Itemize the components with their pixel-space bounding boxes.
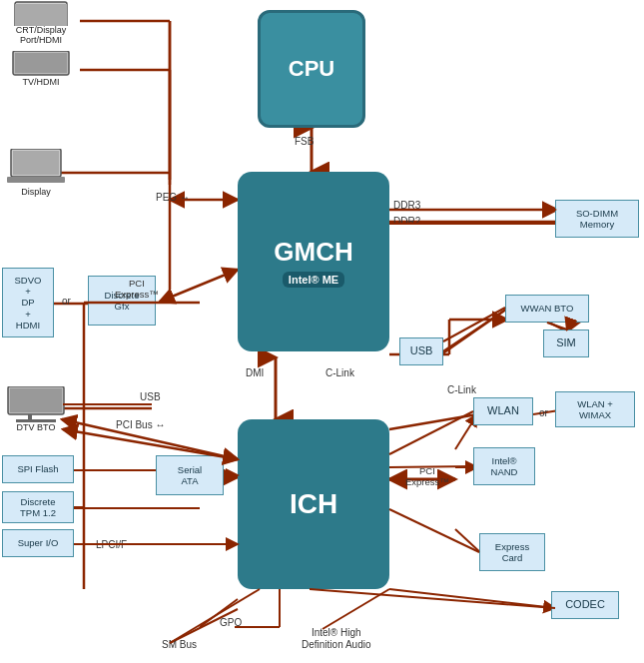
- intel-nand-box: Intel®NAND: [473, 447, 535, 485]
- svg-line-68: [389, 411, 473, 454]
- display-label: Display: [21, 187, 51, 197]
- or-label-2: or: [539, 407, 548, 418]
- superio-label: Super I/O: [18, 537, 59, 548]
- gmch-label: GMCH: [274, 237, 352, 268]
- svg-rect-53: [7, 177, 65, 183]
- gmch-block: GMCH Intel® ME: [238, 172, 389, 351]
- usb-top-label: USB: [410, 344, 433, 357]
- tv-label: TV/HDMI: [23, 77, 60, 87]
- tv-icon: [11, 51, 71, 77]
- dtv-icon: [6, 386, 66, 422]
- tpm-box: DiscreteTPM 1.2: [2, 491, 74, 523]
- svg-line-44: [441, 309, 507, 352]
- sodimm-label: SO-DIMMMemory: [576, 208, 618, 231]
- peg-label: PEG ↔: [156, 192, 190, 203]
- ich-block: ICH: [238, 419, 389, 589]
- ddr3-label: DDR3: [393, 200, 420, 211]
- codec-label: CODEC: [565, 598, 605, 611]
- usb-top-box: USB: [399, 337, 443, 365]
- svg-line-67: [443, 308, 505, 341]
- svg-rect-46: [15, 4, 67, 26]
- svg-line-35: [389, 414, 477, 429]
- dtv-label: DTV BTO: [17, 422, 56, 432]
- tv-device: TV/HDMI: [0, 50, 82, 88]
- pcibus-label: PCI Bus ↔: [116, 419, 165, 430]
- sdvo-box: SDVO+DP+HDMI: [2, 268, 54, 337]
- ddr2-label: DDR2: [393, 216, 420, 227]
- dmi-label: DMI: [246, 367, 264, 378]
- spi-flash-box: SPI Flash: [2, 455, 74, 483]
- lpci-label: LPCI/F: [96, 539, 127, 550]
- display-device: Display: [2, 148, 70, 198]
- sodimm-box: SO-DIMMMemory: [555, 200, 639, 238]
- gpo-label: GPO: [220, 617, 242, 628]
- svg-line-18: [160, 270, 238, 302]
- usb-dtv-label: USB: [140, 391, 161, 402]
- block-diagram: CPU FSB GMCH Intel® ME ICH CRT/DisplayPo…: [0, 0, 644, 663]
- svg-line-70: [389, 509, 479, 552]
- fsb-label: FSB: [295, 136, 314, 147]
- dtv-device: DTV BTO: [2, 384, 70, 434]
- tpm-label: DiscreteTPM 1.2: [20, 496, 56, 519]
- svg-line-72: [170, 589, 260, 643]
- pci-express-label-top: PCIExpress™: [115, 278, 159, 300]
- svg-rect-55: [10, 388, 62, 412]
- wwan-bto-box: WWAN BTO: [505, 295, 589, 323]
- svg-line-73: [310, 589, 555, 608]
- express-card-box: ExpressCard: [479, 533, 545, 571]
- hda-label: Intel® HighDefinition Audio: [302, 627, 371, 651]
- cpu-label: CPU: [289, 56, 334, 82]
- laptop-icon: [7, 149, 65, 187]
- pci-express-label-bottom: PCIExpress™: [405, 465, 449, 487]
- codec-box: CODEC: [551, 591, 619, 619]
- crt-display-device: CRT/DisplayPort/HDMI: [0, 0, 82, 46]
- svg-line-41: [389, 589, 555, 608]
- svg-line-23: [441, 309, 507, 354]
- spi-flash-label: SPI Flash: [17, 463, 58, 474]
- svg-line-80: [547, 323, 567, 330]
- sdvo-label: SDVO+DP+HDMI: [15, 275, 42, 332]
- or-label-1: or: [62, 296, 71, 307]
- wwan-bto-label: WWAN BTO: [521, 303, 574, 314]
- wlan-label: WLAN: [487, 404, 519, 417]
- svg-rect-52: [13, 151, 59, 175]
- intel-me-label: Intel® ME: [283, 272, 344, 288]
- wlan-box: WLAN: [473, 397, 533, 425]
- superio-box: Super I/O: [2, 529, 74, 557]
- ich-label: ICH: [290, 488, 337, 520]
- intel-nand-label: Intel®NAND: [491, 455, 518, 478]
- crt-icon: [11, 0, 71, 26]
- svg-rect-50: [15, 53, 67, 73]
- express-card-label: ExpressCard: [495, 541, 529, 564]
- cpu-block: CPU: [258, 10, 365, 128]
- serial-ata-label: SerialATA: [178, 464, 202, 487]
- serial-ata-box: SerialATA: [156, 455, 224, 495]
- clink-top-label: C-Link: [325, 367, 354, 378]
- sim-box: SIM: [543, 330, 589, 357]
- sim-label: SIM: [556, 336, 576, 349]
- svg-line-40: [322, 589, 389, 629]
- smbus-label: SM Bus: [162, 639, 197, 650]
- wlan-wimax-box: WLAN +WIMAX: [555, 391, 635, 427]
- wlan-wimax-label: WLAN +WIMAX: [577, 398, 613, 421]
- crt-label: CRT/DisplayPort/HDMI: [16, 26, 66, 46]
- clink-bottom-label: C-Link: [447, 384, 476, 395]
